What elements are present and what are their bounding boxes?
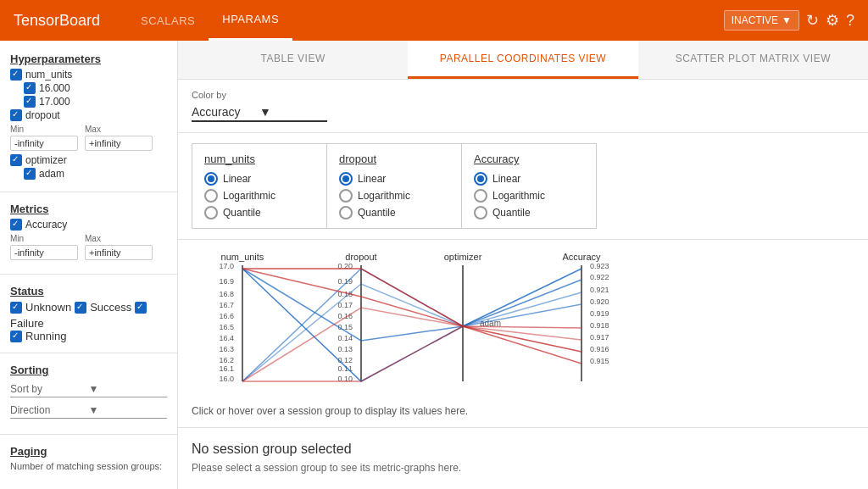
unknown-checkbox[interactable]: [10, 302, 22, 314]
accuracy-checkbox[interactable]: [10, 219, 22, 231]
metrics-max-input[interactable]: [85, 245, 153, 260]
help-icon[interactable]: ?: [846, 12, 854, 30]
color-by-select[interactable]: Accuracy ▼: [192, 103, 327, 122]
radio-inner-linear-accuracy: [477, 175, 484, 182]
app-logo: TensorBoard: [14, 12, 100, 30]
success-label: Success: [90, 301, 131, 314]
tab-scatter-plot[interactable]: SCATTER PLOT MATRIX VIEW: [638, 41, 868, 79]
metrics-min-label: Min: [10, 234, 78, 243]
session-title: No session group selected: [192, 442, 854, 457]
radio-quantile-dropout[interactable]: Quantile: [339, 206, 449, 219]
paging-section: Paging Number of matching session groups…: [0, 440, 177, 476]
val-16-checkbox[interactable]: [24, 82, 36, 94]
radio-outer-linear-accuracy: [474, 172, 487, 186]
direction-dropdown[interactable]: Direction ▼: [10, 403, 167, 419]
dropout-checkbox[interactable]: [10, 109, 22, 121]
svg-text:0.17: 0.17: [337, 301, 353, 309]
dropout-label: dropout: [25, 109, 60, 121]
radio-outer-quantile-dropout: [339, 206, 353, 219]
metrics-minmax: Min Max: [10, 234, 167, 260]
svg-text:16.8: 16.8: [219, 290, 234, 298]
min-label: Min: [10, 125, 78, 134]
min-input[interactable]: [10, 136, 78, 151]
sorting-title: Sorting: [10, 364, 167, 376]
radio-outer-linear-dropout: [339, 172, 353, 186]
metrics-max-group: Max: [85, 234, 153, 260]
success-checkbox[interactable]: [75, 302, 86, 314]
axis-options: num_units Linear Logarithmic Quantile: [178, 133, 868, 240]
svg-text:num_units: num_units: [221, 252, 264, 262]
sort-by-dropdown[interactable]: Sort by ▼: [10, 381, 167, 397]
chart-area: num_units dropout optimizer Accuracy 17.…: [178, 240, 868, 428]
status-dropdown[interactable]: INACTIVE ▼: [724, 10, 799, 31]
top-nav: SCALARS HPARAMS: [127, 0, 292, 41]
status-row-1: Unknown Success Failure: [10, 301, 167, 330]
svg-text:0.13: 0.13: [337, 345, 353, 353]
session-desc: Please select a session group to see its…: [192, 462, 854, 474]
val-17-label: 17.000: [39, 96, 70, 108]
radio-quantile-num-units[interactable]: Quantile: [204, 206, 314, 219]
svg-text:0.916: 0.916: [590, 345, 609, 353]
num-units-minmax: Min Max: [10, 125, 167, 151]
sort-by-arrow-icon: ▼: [89, 383, 168, 395]
axis-title-accuracy: Accuracy: [474, 153, 584, 165]
topbar-right: INACTIVE ▼ ↻ ⚙ ?: [724, 10, 854, 31]
tab-table-view[interactable]: TABLE VIEW: [178, 41, 408, 79]
max-label: Max: [85, 125, 153, 134]
svg-text:0.919: 0.919: [590, 309, 609, 318]
axis-card-dropout: dropout Linear Logarithmic Quantile: [326, 143, 462, 229]
refresh-icon[interactable]: ↻: [806, 11, 819, 30]
svg-text:16.5: 16.5: [219, 323, 234, 331]
nav-scalars[interactable]: SCALARS: [127, 0, 209, 41]
parallel-chart[interactable]: num_units dropout optimizer Accuracy 17.…: [192, 250, 683, 398]
radio-label-quantile-dropout: Quantile: [358, 207, 396, 219]
accuracy-label: Accuracy: [25, 219, 67, 231]
metrics-min-input[interactable]: [10, 245, 78, 260]
radio-inner-linear-dropout: [342, 175, 349, 182]
adam-checkbox[interactable]: [24, 168, 36, 180]
status-title: Status: [10, 285, 167, 297]
svg-text:0.920: 0.920: [590, 297, 609, 306]
failure-checkbox[interactable]: [135, 302, 147, 314]
session-section: No session group selected Please select …: [178, 428, 868, 487]
radio-label-linear-dropout: Linear: [358, 173, 386, 185]
svg-text:16.9: 16.9: [219, 277, 234, 286]
max-input[interactable]: [85, 136, 153, 151]
nav-hparams[interactable]: HPARAMS: [209, 0, 292, 41]
svg-text:0.915: 0.915: [590, 357, 609, 365]
optimizer-checkbox[interactable]: [10, 154, 22, 166]
svg-text:16.2: 16.2: [219, 356, 234, 364]
radio-label-linear-num-units: Linear: [223, 173, 251, 185]
running-checkbox[interactable]: [10, 331, 22, 342]
radio-outer-quantile-accuracy: [474, 206, 487, 219]
hyperparameters-section: Hyperparameters num_units 16.000 17.000 …: [0, 47, 177, 186]
svg-text:16.3: 16.3: [219, 345, 234, 353]
svg-text:16.7: 16.7: [219, 301, 234, 309]
color-by-label: Color by: [192, 90, 854, 100]
adam-item: adam: [24, 168, 167, 180]
axis-card-accuracy: Accuracy Linear Logarithmic Quantile: [461, 143, 597, 229]
radio-log-num-units[interactable]: Logarithmic: [204, 189, 314, 203]
num-units-checkbox[interactable]: [10, 69, 22, 81]
sidebar: Hyperparameters num_units 16.000 17.000 …: [0, 41, 178, 489]
status-row-2: Running: [10, 330, 167, 342]
svg-text:0.16: 0.16: [337, 312, 353, 320]
radio-label-log-accuracy: Logarithmic: [492, 190, 545, 202]
metrics-min-group: Min: [10, 234, 78, 260]
paging-desc: Number of matching session groups:: [10, 461, 167, 471]
radio-linear-accuracy[interactable]: Linear: [474, 172, 584, 186]
radio-label-quantile-num-units: Quantile: [223, 207, 261, 219]
main-layout: Hyperparameters num_units 16.000 17.000 …: [0, 41, 868, 489]
tab-parallel-coordinates[interactable]: PARALLEL COORDINATES VIEW: [408, 41, 637, 79]
radio-linear-num-units[interactable]: Linear: [204, 172, 314, 186]
optimizer-item: optimizer: [10, 154, 167, 166]
radio-outer-linear-num-units: [204, 172, 218, 186]
radio-linear-dropout[interactable]: Linear: [339, 172, 449, 186]
metrics-title: Metrics: [10, 203, 167, 215]
settings-icon[interactable]: ⚙: [826, 11, 839, 30]
radio-log-accuracy[interactable]: Logarithmic: [474, 189, 584, 203]
radio-quantile-accuracy[interactable]: Quantile: [474, 206, 584, 219]
radio-log-dropout[interactable]: Logarithmic: [339, 189, 449, 203]
val-17-checkbox[interactable]: [24, 96, 36, 108]
svg-text:0.923: 0.923: [590, 262, 609, 270]
